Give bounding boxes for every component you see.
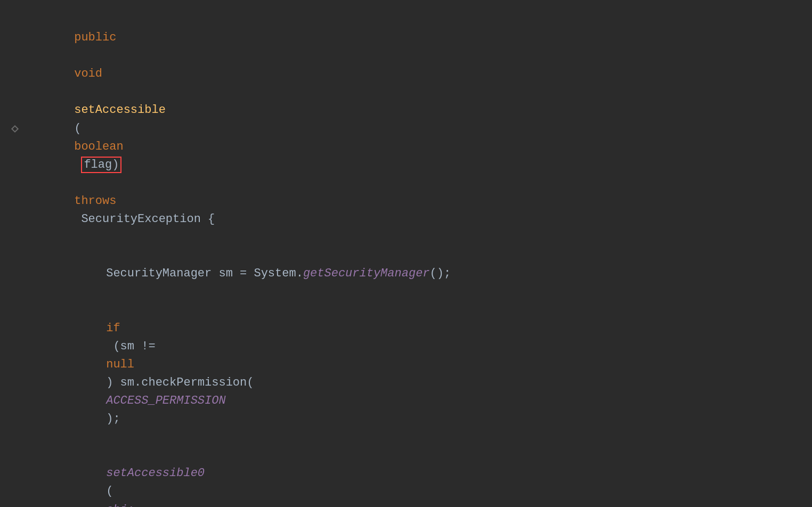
get-security-method: getSecurityManager (303, 267, 430, 280)
kw-if: if (106, 322, 120, 335)
kw-boolean: boolean (74, 140, 123, 153)
space3 (74, 158, 81, 171)
security-exception: SecurityException { (74, 212, 215, 226)
access-permission: ACCESS_PERMISSION (106, 394, 225, 407)
code-line-1: public void setAccessible ( boolean flag… (0, 11, 812, 247)
space (74, 49, 81, 62)
breakpoint-diamond-1 (10, 124, 20, 134)
kw-public: public (74, 31, 116, 44)
kw-throws: throws (74, 194, 116, 208)
line-content-4: setAccessible0 ( obj: this , flag); (64, 446, 812, 507)
check-permission: ) sm.checkPermission( (106, 376, 254, 389)
code-line-2: SecurityManager sm = System.getSecurityM… (0, 247, 812, 301)
code-line-4: setAccessible0 ( obj: this , flag); (0, 446, 812, 507)
gutter-4 (0, 446, 29, 507)
paren: ( (74, 122, 81, 135)
kw-null: null (106, 358, 134, 371)
throws-clause (74, 176, 81, 190)
method-name: setAccessible (74, 103, 166, 117)
gutter-1 (0, 11, 29, 247)
space2 (74, 85, 81, 99)
security-manager: SecurityManager sm = System. (106, 267, 303, 280)
line-content-1: public void setAccessible ( boolean flag… (32, 11, 812, 247)
line-content-3: if (sm != null ) sm.checkPermission( ACC… (64, 301, 812, 447)
close-paren: ); (106, 412, 120, 426)
obj-label: obj: (106, 503, 134, 507)
set-accessible-0: setAccessible0 (106, 467, 205, 480)
flag-highlight-top: flag) (81, 157, 121, 173)
line-content-2: SecurityManager sm = System.getSecurityM… (64, 247, 812, 301)
open-paren2: ( (106, 485, 120, 498)
sm-null-check: (sm != (106, 340, 163, 353)
code-editor: public void setAccessible ( boolean flag… (0, 0, 812, 507)
gutter-2 (0, 247, 29, 301)
code-line-3: if (sm != null ) sm.checkPermission( ACC… (0, 301, 812, 447)
gutter-3 (0, 301, 29, 447)
kw-void: void (74, 67, 102, 80)
